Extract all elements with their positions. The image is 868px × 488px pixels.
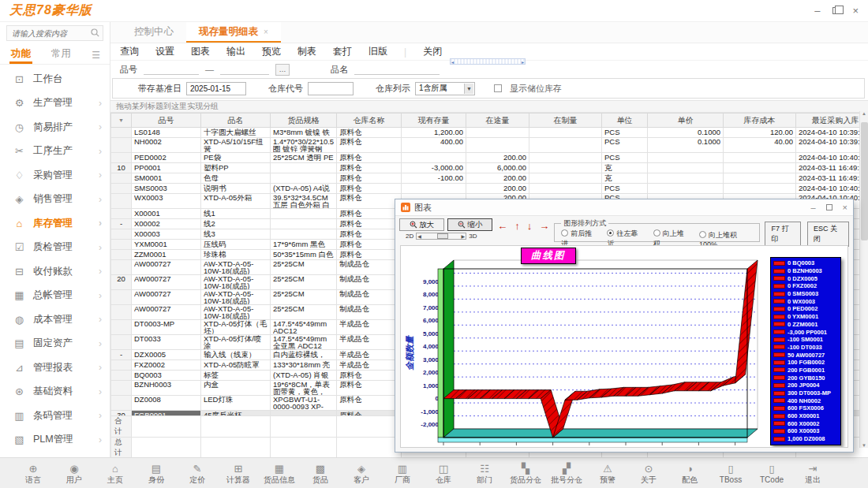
restore-icon[interactable] bbox=[832, 7, 840, 14]
sidebar-item-plm[interactable]: ▧PLM管理› bbox=[0, 428, 110, 453]
column-header-9[interactable]: 单价 bbox=[648, 114, 724, 128]
zoom-in-button[interactable]: 放大 bbox=[399, 218, 444, 231]
sidebar-item-scheduling[interactable]: ◷简易排产› bbox=[0, 115, 110, 140]
sidebar-item-production[interactable]: ⚙生产管理› bbox=[0, 91, 110, 116]
menu-item-8[interactable]: 关闭 bbox=[423, 45, 442, 58]
sidebar-item-purchase[interactable]: ♢采购管理› bbox=[0, 163, 110, 188]
pan-left-icon[interactable]: ← bbox=[497, 220, 507, 232]
sidebar-item-sales[interactable]: ◈销售管理› bbox=[0, 188, 110, 212]
sidebar-tab-common[interactable]: 常用 bbox=[50, 47, 73, 64]
cell-spec: 147.5*45*49mm 全亚黑 ADC12 bbox=[271, 335, 337, 350]
toolbar-item-batch-by-warehouse[interactable]: ▞批号分仓 bbox=[546, 463, 587, 484]
toolbar-item-tboss[interactable]: ▯TBoss bbox=[710, 463, 751, 484]
toolbar-item-customer[interactable]: ◈客户 bbox=[341, 463, 382, 484]
table-row[interactable]: SMS0003说明书(XTD-A-05) A4说明书原料仓200.00PCS20… bbox=[111, 184, 868, 194]
slider-thumb[interactable] bbox=[437, 233, 448, 239]
item-code-from-input[interactable] bbox=[144, 64, 199, 75]
toolbar-item-alert[interactable]: ⚠预警 bbox=[587, 463, 628, 484]
toolbar-item-globe[interactable]: ⊕语言 bbox=[13, 463, 54, 484]
table-row[interactable]: NH0002XTD-A5/10/15F纽簧1.4*70*30/22*10.5*8… bbox=[111, 138, 868, 153]
tab-inventory-detail[interactable]: 现存量明细表× bbox=[186, 22, 281, 43]
toolbar-item-warehouse[interactable]: ◫仓库 bbox=[423, 463, 464, 484]
toolbar-item-tcode[interactable]: ▯TCode bbox=[751, 463, 792, 484]
dialog-minimize-icon[interactable]: – bbox=[810, 203, 815, 212]
sidebar-item-workbench[interactable]: ⊡工作台 bbox=[0, 67, 110, 91]
minimize-icon[interactable]: – bbox=[814, 6, 820, 16]
column-header-11[interactable]: 最近采购入库日 bbox=[796, 114, 868, 128]
menu-icon[interactable]: ☰ bbox=[92, 50, 100, 64]
toolbar-item-pricing[interactable]: ✎定价 bbox=[177, 463, 218, 484]
sidebar-item-reports[interactable]: ⊿管理报表› bbox=[0, 356, 110, 380]
group-by-bar[interactable]: 拖动某列标题到这里实现分组 bbox=[110, 100, 868, 113]
column-header-6[interactable]: 在途量 bbox=[466, 114, 529, 128]
table-row[interactable]: 10PP0001塑料PP原料仓-3,000.006,000.00克2024-03… bbox=[111, 163, 868, 173]
sidebar-item-cost[interactable]: ◍成本管理› bbox=[0, 307, 110, 332]
base-date-input[interactable]: 2025-01-15 bbox=[186, 82, 246, 95]
sidebar-tab-functions[interactable]: 功能 bbox=[9, 47, 32, 64]
menu-item-3[interactable]: 输出 bbox=[226, 45, 245, 58]
close-chart-button[interactable]: ESC 关闭 bbox=[807, 222, 849, 247]
menu-item-5[interactable]: 制表 bbox=[297, 45, 316, 58]
sidebar-item-payments[interactable]: ⊟收付账款› bbox=[0, 259, 110, 284]
toolbar-item-department[interactable]: ☷部门 bbox=[464, 463, 505, 484]
column-header-3[interactable]: 货品规格 bbox=[271, 114, 337, 128]
tab-control-center[interactable]: 控制中心 bbox=[122, 22, 186, 43]
menu-item-6[interactable]: 套打 bbox=[333, 45, 352, 58]
pan-up-icon[interactable]: ↑ bbox=[514, 220, 520, 232]
dialog-close-icon[interactable]: × bbox=[843, 203, 847, 212]
item-name-input[interactable] bbox=[354, 64, 440, 75]
chevron-right-icon: › bbox=[99, 314, 102, 325]
column-header-5[interactable]: 现有存量 bbox=[402, 114, 466, 128]
menu-item-7[interactable]: 旧版 bbox=[369, 45, 387, 58]
depth-slider[interactable]: ◀▶ bbox=[416, 233, 466, 240]
toolbar-item-item-info[interactable]: ▦货品信息 bbox=[259, 463, 300, 484]
header-scrollbar[interactable]: ◂▸ bbox=[450, 58, 526, 65]
menu-item-2[interactable]: 图表 bbox=[191, 45, 210, 58]
column-header-1[interactable]: 品号 bbox=[132, 114, 201, 128]
chart-dialog-titlebar[interactable]: 图表 – × bbox=[395, 199, 853, 216]
table-row[interactable]: PED0002PE袋25*25CM 透明 PE原料仓200.00PCS2024-… bbox=[111, 153, 868, 163]
column-header-7[interactable]: 在制量 bbox=[529, 114, 602, 128]
toolbar-item-calculator[interactable]: ⊞计算器 bbox=[218, 463, 259, 484]
column-header-0[interactable]: ▼ bbox=[111, 114, 132, 128]
sidebar-item-barcode[interactable]: ▥条码管理› bbox=[0, 404, 110, 428]
warehouse-code-input[interactable] bbox=[308, 82, 354, 95]
toolbar-item-exit[interactable]: ⇥退出 bbox=[792, 463, 833, 484]
sidebar-item-process[interactable]: ✂工序生产› bbox=[0, 140, 110, 164]
toolbar-item-home[interactable]: ⌂主页 bbox=[95, 463, 136, 484]
vertical-scrollbar[interactable]: ▲▼ bbox=[859, 111, 868, 448]
table-row[interactable]: SM0001色母原料仓-100.00200.00克2024-03-11 16:4… bbox=[111, 173, 868, 184]
toolbar-item-item[interactable]: ▩货品 bbox=[300, 463, 341, 484]
warehouse-list-select[interactable]: 1含所属▼ bbox=[415, 82, 475, 95]
pan-right-icon[interactable]: → bbox=[539, 220, 549, 232]
sidebar-item-assets[interactable]: ▤固定资产› bbox=[0, 332, 110, 356]
sidebar-item-quality[interactable]: ☑质检管理› bbox=[0, 236, 110, 260]
pan-down-icon[interactable]: ↓ bbox=[527, 220, 533, 232]
close-icon[interactable]: × bbox=[852, 6, 859, 16]
toolbar-item-theme[interactable]: ◑配色 bbox=[669, 463, 710, 484]
column-header-4[interactable]: 仓库名称 bbox=[337, 114, 402, 128]
dialog-maximize-icon[interactable] bbox=[826, 204, 832, 210]
sidebar-item-basedata[interactable]: ⊛基础资料› bbox=[0, 380, 110, 404]
column-header-2[interactable]: 品名 bbox=[201, 114, 271, 128]
sidebar-item-inventory[interactable]: ⌂库存管理› bbox=[0, 211, 110, 236]
show-storage-checkbox[interactable] bbox=[494, 84, 502, 92]
column-header-10[interactable]: 库存成本 bbox=[724, 114, 796, 128]
toolbar-item-item-by-warehouse[interactable]: ▚货品分仓 bbox=[505, 463, 546, 484]
table-row[interactable]: LS0148十字圆大扁螺丝M3*8mm 镀镍 铁原料仓1,200.00PCS0.… bbox=[111, 128, 868, 138]
column-header-8[interactable]: 单位 bbox=[602, 114, 648, 128]
tab-close-icon[interactable]: × bbox=[264, 28, 268, 36]
item-code-picker-button[interactable]: … bbox=[275, 64, 290, 76]
item-code-to-input[interactable] bbox=[220, 64, 269, 75]
menu-item-1[interactable]: 设置 bbox=[155, 45, 174, 58]
toolbar-item-about[interactable]: ⊙关于 bbox=[628, 463, 669, 484]
print-button[interactable]: F7 打印 bbox=[765, 222, 801, 247]
toolbar-item-id-card[interactable]: ▤身份 bbox=[136, 463, 177, 484]
zoom-out-button[interactable]: 缩小 bbox=[447, 218, 492, 231]
menu-item-0[interactable]: 查询 bbox=[120, 45, 139, 58]
toolbar-item-vendor[interactable]: ▥厂商 bbox=[382, 463, 423, 484]
sidebar-item-ledger[interactable]: ▦总帐管理› bbox=[0, 284, 110, 308]
search-input[interactable] bbox=[6, 25, 103, 41]
toolbar-item-users[interactable]: ◉用户 bbox=[54, 463, 95, 484]
menu-item-4[interactable]: 预览 bbox=[262, 45, 281, 58]
